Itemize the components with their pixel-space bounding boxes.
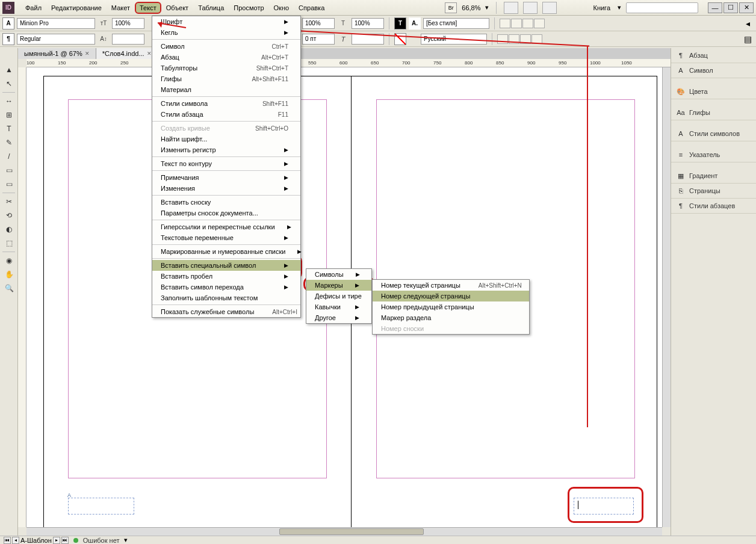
dropdown-icon[interactable]: ▾ (485, 4, 489, 11)
next-page-button[interactable]: ▸ (53, 537, 60, 544)
baseline[interactable] (302, 34, 335, 45)
tool-6[interactable]: / (2, 150, 16, 163)
menu-file[interactable]: Файл (20, 2, 46, 14)
tool-8[interactable]: ▭ (2, 178, 16, 191)
menu-help[interactable]: Справка (294, 2, 329, 14)
font-family-select[interactable] (17, 18, 95, 29)
fill-color[interactable]: T (394, 17, 406, 29)
dropdown-icon[interactable]: ▾ (618, 4, 621, 11)
char-style-select[interactable] (423, 18, 489, 29)
scrollbar-thumb[interactable] (279, 528, 424, 535)
menu-item[interactable]: Маркеры▶ (306, 280, 371, 291)
align-right[interactable] (522, 19, 533, 28)
ruler-horizontal[interactable]: 1001502002503003504004505005506006507007… (26, 59, 671, 67)
page-navigator[interactable]: ⏮ ◂ А-Шаблон ▸ ⏭ (4, 537, 69, 544)
align-center[interactable] (511, 19, 522, 28)
menu-item[interactable]: Символы▶ (306, 269, 371, 280)
scale-v[interactable] (352, 18, 384, 29)
tool-15[interactable]: 🔍 (2, 282, 16, 295)
menu-item[interactable]: Вставить сноску (152, 197, 300, 208)
panel-Цвета[interactable]: 🎨Цвета (671, 84, 756, 99)
menu-item[interactable]: Другое▶ (306, 312, 371, 323)
menu-item[interactable]: Заполнить шаблонным текстом (152, 292, 300, 303)
menu-item[interactable]: Номер предыдущей страницы (373, 301, 529, 312)
panel-Стили абзацев[interactable]: ¶Стили абзацев (671, 199, 756, 214)
vertical-scrollbar[interactable] (662, 59, 671, 527)
char-format-button[interactable]: A (2, 17, 14, 29)
menu-text[interactable]: Текст (135, 2, 161, 14)
justify-left[interactable] (497, 34, 508, 44)
menu-view[interactable]: Просмотр (229, 2, 268, 14)
view-options-button[interactable] (542, 2, 557, 14)
doc-tab-1[interactable]: *Слов4.indd...✕ (96, 48, 158, 59)
preflight-status[interactable]: Ошибок нет (83, 537, 120, 544)
bridge-icon[interactable]: Br (445, 2, 457, 13)
panel-Символ[interactable]: AСимвол (671, 63, 756, 78)
menu-item[interactable]: Шрифт▶ (152, 16, 300, 27)
tool-13[interactable]: ◉ (2, 254, 16, 267)
tool-2[interactable]: ↔ (2, 94, 16, 108)
menu-item[interactable]: Дефисы и тире▶ (306, 291, 371, 301)
tool-10[interactable]: ⟲ (2, 209, 16, 222)
tool-0[interactable]: ▲ (2, 63, 16, 76)
prev-page-button[interactable]: ◂ (12, 537, 19, 544)
menu-object[interactable]: Объект (161, 2, 193, 14)
first-page-button[interactable]: ⏮ (4, 537, 11, 544)
menu-item[interactable]: Параметры сносок документа... (152, 208, 300, 218)
menu-edit[interactable]: Редактирование (46, 2, 107, 14)
horizontal-scrollbar[interactable] (26, 527, 662, 536)
menu-item[interactable]: ТабуляторыShift+Ctrl+T (152, 63, 300, 73)
tool-4[interactable]: T (2, 122, 16, 135)
menu-item[interactable]: Материал (152, 84, 300, 95)
menu-window[interactable]: Окно (269, 2, 294, 14)
menu-item[interactable]: Вставить пробел▶ (152, 271, 300, 282)
menu-item[interactable]: ГлифыAlt+Shift+F11 (152, 73, 300, 84)
workspace-switcher[interactable]: Книга (593, 4, 610, 11)
menu-item[interactable]: Вставить символ перехода▶ (152, 282, 300, 292)
panel-Глифы[interactable]: AaГлифы (671, 105, 756, 120)
menu-item[interactable]: Вставить специальный символ▶ (152, 260, 300, 271)
language-select[interactable] (421, 34, 487, 45)
close-button[interactable]: ✕ (739, 2, 754, 13)
screen-mode-button[interactable] (504, 2, 518, 14)
tool-9[interactable]: ✂ (2, 195, 16, 208)
menu-item[interactable]: Кавычки▶ (306, 301, 371, 312)
justify-all[interactable] (531, 34, 542, 44)
tool-1[interactable]: ↖ (2, 77, 16, 90)
close-icon[interactable]: ✕ (147, 51, 152, 57)
arrange-button[interactable] (523, 2, 538, 14)
last-page-button[interactable]: ⏭ (61, 537, 69, 544)
scale-h[interactable] (302, 18, 335, 29)
zoom-level[interactable]: 66,8% (462, 4, 480, 11)
tool-7[interactable]: ▭ (2, 164, 16, 177)
leading[interactable] (112, 34, 144, 45)
menu-item[interactable]: Маркированные и нумерованные списки▶ (152, 246, 300, 257)
font-style-select[interactable] (17, 34, 95, 45)
menu-item[interactable]: Изменения▶ (152, 183, 300, 194)
panel-Страницы[interactable]: ⎘Страницы (671, 184, 756, 199)
align-left[interactable] (500, 19, 510, 28)
menu-item[interactable]: Гиперссылки и перекрестные ссылки▶ (152, 221, 300, 232)
menu-table[interactable]: Таблица (193, 2, 229, 14)
menu-item[interactable]: Текстовые переменные▶ (152, 232, 300, 243)
justify-center[interactable] (509, 34, 519, 44)
doc-tab-0[interactable]: ымянный-1 @ 67%✕ (18, 48, 96, 59)
menu-item[interactable]: Номер следующей страницы (373, 291, 529, 301)
menu-item[interactable]: Показать служебные символыAlt+Ctrl+I (152, 306, 300, 317)
expand-icon[interactable]: ◂ (742, 17, 754, 29)
panel-Стили символов[interactable]: AСтили символов (671, 126, 756, 141)
menu-item[interactable]: Номер текущей страницыAlt+Shift+Ctrl+N (373, 280, 529, 291)
minimize-button[interactable]: — (708, 2, 722, 13)
search-input[interactable] (626, 2, 698, 13)
tool-3[interactable]: ⊞ (2, 108, 16, 122)
panel-menu-icon[interactable]: ▤ (742, 33, 754, 45)
menu-item[interactable]: Текст по контуру▶ (152, 158, 300, 169)
tool-12[interactable]: ⬚ (2, 236, 16, 250)
justify-right[interactable] (520, 34, 531, 44)
stroke-color[interactable] (394, 33, 406, 45)
menu-item[interactable]: Маркер раздела (373, 312, 529, 323)
panel-Абзац[interactable]: ¶Абзац (671, 48, 756, 63)
menu-item[interactable]: СимволCtrl+T (152, 41, 300, 52)
tool-5[interactable]: ✎ (2, 136, 16, 149)
size-a[interactable] (112, 18, 144, 29)
